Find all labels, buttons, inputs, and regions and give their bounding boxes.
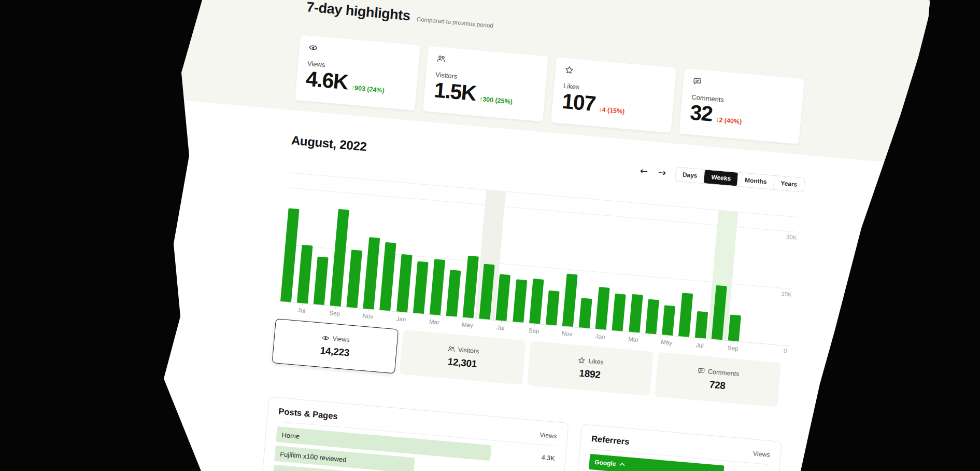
eye-icon	[308, 43, 318, 52]
x-axis-tick	[634, 333, 634, 335]
stat-card-visitors: Visitors1.5K↑300 (25%)	[423, 46, 548, 122]
chart-bar[interactable]	[430, 259, 445, 315]
metric-tab-likes[interactable]: Likes1892	[527, 341, 654, 396]
metric-tab-label: Visitors	[458, 345, 479, 354]
chart-bar[interactable]	[645, 299, 659, 335]
stat-card-value: 107	[561, 90, 596, 116]
granularity-segmented-control: DaysWeeksMonthsYears	[675, 167, 805, 192]
chart-controls: ← → DaysWeeksMonthsYears	[638, 163, 805, 192]
metric-tab-value: 14,223	[320, 344, 350, 358]
metric-tab-value: 1892	[579, 367, 601, 380]
x-axis-tick	[335, 307, 336, 309]
x-axis-label: Mar	[622, 335, 645, 343]
x-axis-label: Nov	[556, 329, 579, 338]
chart-bar[interactable]	[629, 294, 643, 333]
chart-bar[interactable]	[446, 270, 461, 316]
y-axis-tick-15k: 15K	[781, 290, 792, 298]
chart-bar[interactable]	[380, 242, 396, 311]
referrers-panel-title: Referrers	[591, 434, 630, 447]
metric-tab-value: 12,301	[447, 356, 477, 370]
x-axis-tick	[601, 330, 601, 332]
row-title: Google	[594, 459, 616, 468]
chart-plot-area	[277, 178, 752, 342]
row-views-value: 3.1K	[539, 469, 553, 471]
stat-card-comments: Comments32↓2 (40%)	[679, 68, 804, 144]
chart-bar[interactable]	[330, 209, 349, 307]
stat-card-views: Views4.6K↑903 (24%)	[295, 35, 420, 110]
chart-bar[interactable]	[529, 279, 544, 324]
x-axis-tick	[534, 324, 535, 326]
row-views-value: 6.2K	[754, 468, 769, 471]
visitors-icon	[447, 345, 455, 353]
posts-pages-panel: Posts & Pages Views Home4.3KFujifilm x10…	[254, 396, 569, 471]
stat-card-value: 1.5K	[433, 78, 477, 105]
stat-card-delta: ↓2 (40%)	[716, 116, 742, 126]
posts-panel-title: Posts & Pages	[278, 406, 338, 421]
x-axis-tick	[302, 303, 303, 306]
y-axis-tick-0: 0	[783, 348, 787, 354]
x-axis-tick	[402, 312, 402, 314]
chart-bar[interactable]	[546, 290, 560, 326]
prev-period-button[interactable]: ←	[638, 166, 649, 176]
chart-bar[interactable]	[280, 208, 300, 302]
x-axis-tick	[700, 339, 701, 341]
row-views-value: 4.3K	[541, 450, 556, 466]
period-title: August, 2022	[291, 133, 367, 154]
dashboard-page: 7-day highlights Compared to previous pe…	[100, 0, 930, 471]
referrers-panel-header: Referrers Views	[591, 434, 770, 459]
referrers-views-column-header: Views	[752, 450, 770, 459]
chart-bar[interactable]	[297, 245, 313, 303]
metric-tab-label: Comments	[708, 368, 740, 378]
x-axis-label: Mar	[423, 318, 446, 326]
chart-bar[interactable]	[678, 293, 693, 337]
granularity-option-months[interactable]: Months	[737, 173, 775, 189]
x-axis-label: Jan	[389, 315, 413, 323]
x-axis-tick	[567, 327, 568, 329]
referrers-panel: Referrers Views Google6.2K	[567, 424, 782, 471]
stat-card-value: 32	[689, 101, 713, 126]
metric-tab-visitors[interactable]: Visitors12,301	[400, 330, 527, 385]
x-axis-tick	[667, 336, 667, 338]
chart-bar[interactable]	[314, 257, 329, 305]
granularity-option-weeks[interactable]: Weeks	[704, 170, 738, 186]
chart-bar[interactable]	[595, 287, 610, 330]
x-axis-tick	[501, 321, 502, 323]
visitors-icon	[436, 54, 446, 63]
chart-bar[interactable]	[347, 250, 363, 308]
chart-bar[interactable]	[612, 294, 626, 331]
x-axis-label: Jan	[589, 333, 612, 341]
x-axis-label: May	[655, 338, 678, 347]
next-period-button[interactable]: →	[657, 168, 667, 178]
chart-bar[interactable]	[562, 274, 578, 327]
comment-icon	[692, 77, 702, 86]
x-axis-label: Sep	[721, 344, 745, 352]
granularity-option-years[interactable]: Years	[773, 176, 804, 192]
stat-card-likes: Likes107↓4 (15%)	[551, 57, 676, 133]
metric-tab-views[interactable]: Views14,223	[272, 318, 399, 373]
chart-bar[interactable]	[513, 279, 527, 323]
granularity-option-days[interactable]: Days	[675, 167, 705, 183]
stat-card-value: 4.6K	[305, 67, 349, 93]
chart-bar[interactable]	[496, 274, 511, 321]
row-title: Fujifilm x100 reviewed	[280, 450, 347, 463]
star-icon	[564, 65, 574, 75]
screenshot-scene: 7-day highlights Compared to previous pe…	[0, 0, 980, 471]
chart-bar[interactable]	[695, 311, 708, 339]
metric-tab-comments[interactable]: Comments728	[655, 352, 782, 407]
comment-icon	[698, 367, 705, 375]
eye-icon	[322, 334, 330, 342]
stat-card-delta: ↑300 (25%)	[479, 95, 513, 106]
x-axis-label: Sep	[522, 327, 546, 335]
chevron-up-icon	[619, 462, 626, 467]
stat-card-delta: ↑903 (24%)	[351, 84, 385, 94]
chart-bar[interactable]	[413, 261, 429, 313]
x-axis-label: Sep	[323, 309, 346, 317]
x-axis-label: Jul	[688, 341, 712, 350]
chart-bar[interactable]	[579, 298, 592, 328]
chart-bar[interactable]	[728, 314, 741, 341]
y-axis-tick-30k: 30K	[786, 233, 797, 241]
chart-bar[interactable]	[363, 237, 380, 309]
chart-bar[interactable]	[662, 305, 675, 336]
star-icon	[578, 356, 586, 364]
chart-bar[interactable]	[396, 254, 413, 312]
